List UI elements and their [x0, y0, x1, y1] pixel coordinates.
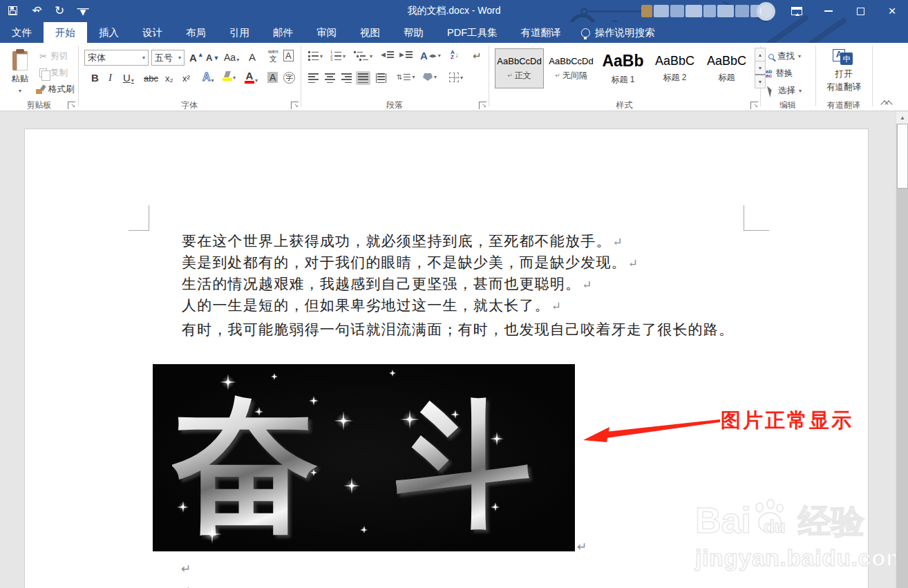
styles-more-button[interactable]: ▼ — [755, 74, 766, 88]
underline-button[interactable]: U▾ — [123, 72, 134, 84]
strikethrough-button[interactable]: abc — [144, 73, 158, 84]
font-size-combo[interactable]: 五号▾ — [151, 50, 185, 66]
grow-font-button[interactable]: A▲ — [189, 51, 204, 64]
paragraph-line[interactable]: 生活的情况越艰难，我越感到自己更坚强，甚而也更聪明。↵ — [182, 274, 592, 294]
page[interactable]: 要在这个世界上获得成功，就必须坚持到底，至死都不能放手。↵ 美是到处都有的，对于… — [24, 129, 869, 588]
tab-design[interactable]: 设计 — [131, 22, 174, 43]
replace-button[interactable]: abac 替换 — [766, 68, 793, 79]
chevron-down-icon[interactable]: ▾ — [178, 55, 181, 61]
tab-review[interactable]: 审阅 — [305, 22, 348, 43]
tab-file[interactable]: 文件 — [0, 22, 44, 43]
close-button[interactable]: × — [876, 0, 908, 22]
shrink-font-button[interactable]: A▼ — [206, 53, 219, 63]
maximize-button[interactable] — [844, 0, 876, 22]
tab-pdf-tools[interactable]: PDF工具集 — [435, 22, 509, 43]
customize-quick-access-button[interactable]: —▾ — [75, 2, 91, 19]
decrease-indent-button[interactable]: ◀ — [381, 51, 394, 58]
redo-button[interactable]: ↻ — [51, 2, 68, 19]
borders-button[interactable]: ▾ — [449, 73, 463, 82]
align-right-button[interactable] — [341, 73, 352, 83]
styles-dialog-launcher[interactable]: ↘ — [750, 102, 758, 109]
bold-button[interactable]: B — [91, 72, 99, 84]
scrollbar-up-arrow[interactable]: ▲ — [896, 112, 908, 124]
find-button[interactable]: 查找▾ — [768, 50, 801, 62]
paragraph-line[interactable]: 有时，我可能脆弱得一句话就泪流满面；有时，也发现自己咬着牙走了很长的路。 — [182, 320, 734, 339]
text-effects-button[interactable]: A▾ — [202, 71, 214, 84]
youdao-button-line1: 打开 — [835, 68, 853, 80]
enclose-characters-button[interactable]: 字 — [283, 72, 295, 84]
character-border-button[interactable]: A — [283, 50, 294, 61]
line-spacing-button[interactable]: ⇅▾ — [397, 73, 415, 81]
style-card-title[interactable]: AaBbC 标题 — [702, 48, 751, 88]
chevron-down-icon[interactable]: ▾ — [131, 77, 134, 84]
shading-button[interactable]: ▾ — [423, 73, 437, 81]
undo-button[interactable]: ↶▾ — [28, 2, 44, 19]
maximize-icon — [857, 8, 864, 15]
highlight-color-button[interactable]: ▾ — [223, 71, 236, 81]
minimize-button[interactable] — [813, 0, 844, 22]
clipboard-dialog-launcher[interactable]: ↘ — [68, 102, 75, 109]
style-card-normal[interactable]: AaBbCcDd ↵正文 — [495, 48, 544, 88]
align-center-button[interactable] — [325, 73, 335, 83]
tab-layout[interactable]: 布局 — [174, 22, 218, 43]
tab-help[interactable]: 帮助 — [392, 22, 435, 43]
circuit-line-decoration — [589, 10, 645, 12]
style-card-heading1[interactable]: AaBb 标题 1 — [598, 48, 647, 88]
undo-dropdown-icon[interactable]: ▾ — [37, 8, 40, 14]
increase-indent-button[interactable]: ▶ — [399, 51, 413, 58]
paragraph-line[interactable]: 美是到处都有的，对于我们的眼睛，不是缺少美，而是缺少发现。↵ — [182, 253, 638, 272]
cut-button[interactable]: ✂ 剪切 — [39, 50, 68, 62]
document-canvas[interactable]: 要在这个世界上获得成功，就必须坚持到底，至死都不能放手。↵ 美是到处都有的，对于… — [0, 112, 896, 588]
tab-youdao-translate[interactable]: 有道翻译 — [509, 22, 573, 43]
superscript-button[interactable]: x² — [182, 73, 190, 84]
font-name-combo[interactable]: 宋体▾ — [84, 50, 149, 66]
show-hide-marks-button[interactable]: ↵ — [473, 50, 482, 62]
asian-layout-button[interactable]: A◀▶▾ — [420, 50, 441, 61]
collapse-ribbon-button[interactable] — [882, 99, 889, 106]
open-youdao-translate-button[interactable]: A中 打开 有道翻译 — [820, 47, 868, 99]
tab-insert[interactable]: 插入 — [87, 22, 131, 43]
subscript-button[interactable]: x₂ — [165, 73, 173, 84]
underline-icon: U — [123, 72, 131, 84]
character-shading-button[interactable]: A — [267, 72, 278, 83]
style-preview: AaBb — [602, 52, 643, 70]
italic-button[interactable]: I — [108, 72, 112, 84]
paragraph-dialog-launcher[interactable]: ↘ — [479, 102, 486, 109]
tell-me-search[interactable]: 操作说明搜索 — [573, 22, 663, 43]
style-card-heading2[interactable]: AaBbC 标题 2 — [650, 48, 699, 88]
font-dialog-launcher[interactable]: ↘ — [291, 102, 299, 109]
distribute-button[interactable] — [376, 73, 386, 83]
format-painter-button[interactable]: 格式刷 — [36, 84, 75, 95]
numbering-button[interactable]: 123▾ — [330, 51, 346, 61]
document-image[interactable]: 奋 斗 — [153, 364, 575, 551]
paste-dropdown-icon[interactable]: ▾ — [19, 88, 21, 94]
vertical-scrollbar[interactable]: ▲ — [896, 112, 908, 588]
phonetic-guide-button[interactable]: wén 文 — [268, 49, 278, 63]
multilevel-list-button[interactable]: ▾ — [354, 51, 372, 61]
select-button[interactable]: 选择▾ — [768, 85, 802, 97]
tab-view[interactable]: 视图 — [348, 22, 392, 43]
save-button[interactable] — [4, 2, 21, 19]
align-left-button[interactable] — [308, 73, 319, 83]
tab-references[interactable]: 引用 — [218, 22, 261, 43]
sparkle — [490, 432, 504, 446]
sparkle — [360, 526, 368, 533]
paragraph-line[interactable]: 人的一生是短的，但如果卑劣地过这一生，就太长了。↵ — [182, 296, 561, 315]
bullets-button[interactable]: ▾ — [308, 51, 323, 61]
tab-mailings[interactable]: 邮件 — [261, 22, 305, 43]
font-color-button[interactable]: A▾ — [245, 71, 258, 84]
copy-button[interactable]: 复制 — [39, 67, 68, 79]
sort-button[interactable]: AZ↓ — [451, 50, 459, 59]
styles-scroll-up-button[interactable]: ▲ — [755, 48, 766, 61]
chevron-down-icon[interactable]: ▾ — [142, 55, 145, 61]
styles-scroll-down-button[interactable]: ▼ — [755, 61, 766, 75]
paragraph-line[interactable]: 要在这个世界上获得成功，就必须坚持到底，至死都不能放手。↵ — [182, 231, 623, 251]
change-case-button[interactable]: Aa▾ — [224, 52, 239, 63]
tab-home[interactable]: 开始 — [44, 22, 87, 43]
style-card-no-spacing[interactable]: AaBbCcDd ↵无间隔 — [547, 48, 596, 88]
justify-button[interactable] — [356, 71, 370, 85]
scrollbar-thumb[interactable] — [897, 124, 908, 189]
tell-me-label: 操作说明搜索 — [595, 26, 655, 39]
subscript-icon: x₂ — [165, 73, 173, 84]
paste-button[interactable]: 粘贴 ▾ — [6, 48, 35, 99]
